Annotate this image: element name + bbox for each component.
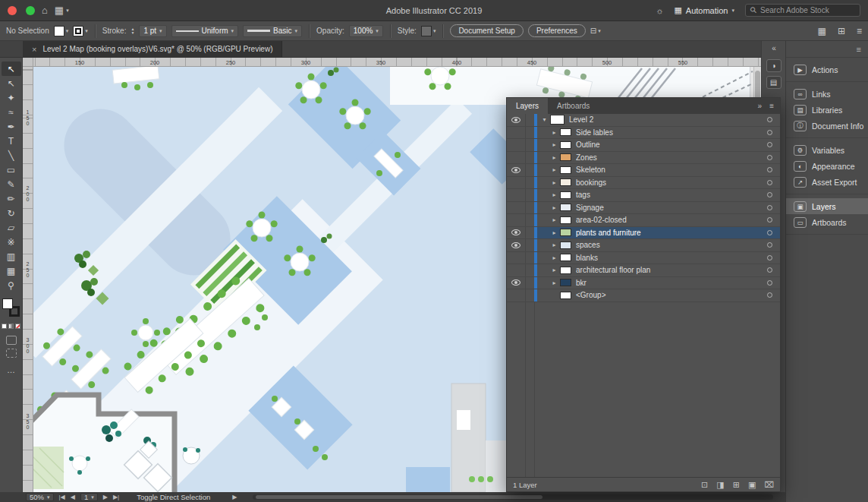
layer-row[interactable]: ▸area-02-closed xyxy=(507,214,780,227)
disclosure-triangle[interactable]: ▸ xyxy=(550,129,558,136)
layer-row[interactable]: <Group> xyxy=(507,289,780,302)
disclosure-triangle[interactable]: ▸ xyxy=(550,279,558,286)
disclosure-triangle[interactable]: ▸ xyxy=(550,216,558,223)
dock-item-asset-export[interactable]: ↗Asset Export xyxy=(786,174,868,190)
lock-toggle[interactable] xyxy=(525,252,534,264)
disclosure-triangle[interactable]: ▸ xyxy=(550,166,558,173)
disclosure-triangle[interactable]: ▸ xyxy=(550,242,558,248)
layer-row[interactable]: ▸bookings xyxy=(507,177,780,190)
layer-thumbnail[interactable] xyxy=(560,204,571,211)
dock-item-document-info[interactable]: ⓘDocument Info xyxy=(786,118,868,134)
artboard-select[interactable]: 1 ▾ xyxy=(80,493,98,501)
next-artboard-button[interactable]: ▶ xyxy=(103,494,108,500)
disclosure-triangle[interactable]: ▸ xyxy=(550,254,558,261)
ruler-origin-box[interactable] xyxy=(23,58,33,67)
lock-toggle[interactable] xyxy=(525,127,534,139)
layer-thumbnail[interactable] xyxy=(560,191,571,199)
rectangle-tool[interactable]: ▭ xyxy=(2,163,21,177)
layer-name[interactable]: plants and furniture xyxy=(576,229,767,237)
layer-name[interactable]: bookings xyxy=(576,178,767,187)
tab-close-icon[interactable]: × xyxy=(32,45,36,54)
tab-artboards[interactable]: Artboards xyxy=(548,98,599,114)
layer-row[interactable]: ▸blanks xyxy=(507,252,780,265)
dock-item-links[interactable]: ∞Links xyxy=(786,86,868,102)
pen-tool[interactable]: ✒ xyxy=(2,119,21,134)
ruler-vertical[interactable]: 150200250300350 xyxy=(23,67,33,492)
visibility-toggle[interactable] xyxy=(507,227,525,239)
visibility-toggle[interactable] xyxy=(507,289,525,302)
layer-name[interactable]: Outline xyxy=(576,140,767,149)
target-circle[interactable] xyxy=(767,167,772,172)
disclosure-triangle[interactable]: ▸ xyxy=(550,191,558,198)
draw-normal-icon[interactable] xyxy=(6,336,17,345)
layer-row[interactable]: ▸Signage xyxy=(507,202,780,215)
edit-toolbar-icon[interactable]: … xyxy=(7,365,15,374)
magic-wand-tool[interactable]: ✦ xyxy=(2,90,21,105)
arrange-documents-icon[interactable]: ▦ xyxy=(818,26,826,36)
disclosure-triangle[interactable]: ▾ xyxy=(540,116,549,123)
stock-search-input[interactable]: ⚲ Search Adobe Stock xyxy=(745,4,860,17)
preferences-button[interactable]: Preferences xyxy=(528,24,586,37)
mesh-tool[interactable]: ▦ xyxy=(2,264,21,278)
layer-name[interactable]: Skeleton xyxy=(576,166,767,174)
disclosure-triangle[interactable]: ▸ xyxy=(550,229,558,236)
dock-item-variables[interactable]: ⚙Variables xyxy=(786,142,868,158)
layer-name[interactable]: Level 2 xyxy=(569,115,767,124)
stroke-color-swatch[interactable]: ▾ xyxy=(73,26,88,36)
make-clipping-mask-icon[interactable]: ◨ xyxy=(716,480,724,490)
disclosure-triangle[interactable]: ▸ xyxy=(550,204,558,211)
lock-toggle[interactable] xyxy=(525,164,534,176)
visibility-toggle[interactable] xyxy=(507,264,525,276)
lock-toggle[interactable] xyxy=(525,114,534,126)
stroke-width-stepper[interactable]: ▲▼ xyxy=(131,27,134,35)
layer-name[interactable]: spaces xyxy=(576,241,767,249)
layer-thumbnail[interactable] xyxy=(560,279,571,286)
lock-toggle[interactable] xyxy=(525,177,534,189)
none-button[interactable] xyxy=(15,324,20,329)
layer-thumbnail[interactable] xyxy=(560,178,571,186)
lock-toggle[interactable] xyxy=(525,139,534,151)
layer-name[interactable]: Signage xyxy=(576,204,767,212)
dock-item-layers[interactable]: ▣Layers xyxy=(786,198,868,214)
previous-artboard-button[interactable]: ◀ xyxy=(71,494,75,500)
scale-tool[interactable]: ▱ xyxy=(2,220,21,235)
screen-mode-icon[interactable] xyxy=(6,349,17,358)
layer-name[interactable]: architectural floor plan xyxy=(576,266,767,274)
tab-layers[interactable]: Layers xyxy=(507,98,548,114)
visibility-toggle[interactable] xyxy=(507,152,525,164)
lock-toggle[interactable] xyxy=(525,202,534,214)
disclosure-triangle[interactable]: ▸ xyxy=(550,267,558,273)
workspace-menu-icon[interactable]: ≡ xyxy=(857,26,862,36)
layer-row[interactable]: ▸Zones xyxy=(507,152,780,165)
lightbulb-icon[interactable]: ☼ xyxy=(656,6,663,15)
target-circle[interactable] xyxy=(767,130,772,135)
lock-toggle[interactable] xyxy=(525,152,534,164)
visibility-toggle[interactable] xyxy=(507,164,525,176)
document-setup-button[interactable]: Document Setup xyxy=(450,24,524,37)
layer-thumbnail[interactable] xyxy=(560,141,571,149)
layer-thumbnail[interactable] xyxy=(560,229,571,236)
target-circle[interactable] xyxy=(767,292,772,298)
symbol-sprayer-tool[interactable]: ※ xyxy=(2,235,21,249)
panel-overflow-icon[interactable]: » xyxy=(758,102,763,110)
lock-toggle[interactable] xyxy=(525,277,534,289)
visibility-toggle[interactable] xyxy=(507,277,525,289)
fill-color-swatch[interactable]: ▾ xyxy=(54,26,69,36)
lock-toggle[interactable] xyxy=(525,214,534,226)
lock-toggle[interactable] xyxy=(525,289,534,302)
layer-row[interactable]: ▸plants and furniture xyxy=(507,227,780,240)
layer-name[interactable]: Side lables xyxy=(576,128,767,137)
tile-documents-icon[interactable]: ⊞ xyxy=(838,26,845,36)
new-layer-icon[interactable]: ▣ xyxy=(748,480,756,490)
dock-item-appearance[interactable]: ◐Appearance xyxy=(786,158,868,174)
target-circle[interactable] xyxy=(767,242,772,248)
layer-name[interactable]: blanks xyxy=(576,254,767,262)
target-circle[interactable] xyxy=(767,180,772,185)
lock-toggle[interactable] xyxy=(525,189,534,201)
opacity-field[interactable]: 100% ▾ xyxy=(349,25,383,37)
layer-row[interactable]: ▸architectural floor plan xyxy=(507,264,780,277)
target-circle[interactable] xyxy=(767,255,772,260)
selection-tool[interactable]: ↖ xyxy=(2,62,21,76)
automation-menu[interactable]: ▦ Automation ▾ xyxy=(674,5,734,15)
lock-toggle[interactable] xyxy=(525,264,534,276)
